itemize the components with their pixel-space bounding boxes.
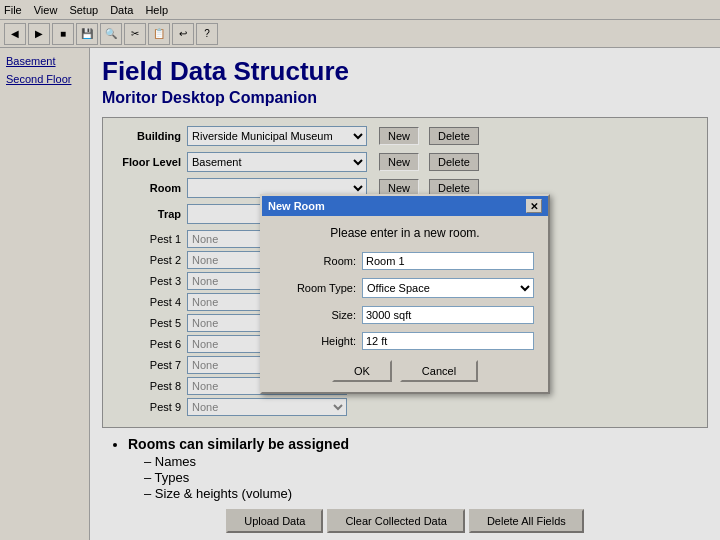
- toolbar-btn-help[interactable]: ?: [196, 23, 218, 45]
- menu-setup[interactable]: Setup: [69, 4, 98, 16]
- menu-view[interactable]: View: [34, 4, 58, 16]
- modal-size-label: Size:: [276, 309, 356, 321]
- menu-help[interactable]: Help: [145, 4, 168, 16]
- toolbar-btn-save[interactable]: 💾: [76, 23, 98, 45]
- sidebar-item-second-floor[interactable]: Second Floor: [4, 72, 85, 86]
- modal-type-label: Room Type:: [276, 282, 356, 294]
- toolbar-btn-forward[interactable]: ▶: [28, 23, 50, 45]
- main-content: Basement Second Floor Field Data Structu…: [0, 48, 720, 540]
- modal-room-row: Room:: [276, 252, 534, 270]
- toolbar: ◀ ▶ ■ 💾 🔍 ✂ 📋 ↩ ?: [0, 20, 720, 48]
- sidebar: Basement Second Floor: [0, 48, 90, 540]
- modal-buttons: OK Cancel: [276, 360, 534, 382]
- modal-type-select[interactable]: Office Space Warehouse Storage Hallway R…: [362, 278, 534, 298]
- modal-height-row: Height:: [276, 332, 534, 350]
- toolbar-btn-stop[interactable]: ■: [52, 23, 74, 45]
- toolbar-btn-copy[interactable]: 📋: [148, 23, 170, 45]
- new-room-modal: New Room ✕ Please enter in a new room. R…: [260, 194, 550, 394]
- toolbar-btn-back[interactable]: ◀: [4, 23, 26, 45]
- modal-type-row: Room Type: Office Space Warehouse Storag…: [276, 278, 534, 298]
- modal-body: Please enter in a new room. Room: Room T…: [262, 216, 548, 392]
- toolbar-btn-undo[interactable]: ↩: [172, 23, 194, 45]
- modal-prompt: Please enter in a new room.: [276, 226, 534, 240]
- modal-title: New Room: [268, 200, 325, 212]
- modal-height-label: Height:: [276, 335, 356, 347]
- toolbar-btn-search[interactable]: 🔍: [100, 23, 122, 45]
- content-area: Field Data Structure Moritor Desktop Com…: [90, 48, 720, 540]
- modal-overlay: New Room ✕ Please enter in a new room. R…: [90, 48, 720, 540]
- modal-room-label: Room:: [276, 255, 356, 267]
- modal-size-row: Size:: [276, 306, 534, 324]
- modal-height-input[interactable]: [362, 332, 534, 350]
- modal-room-input[interactable]: [362, 252, 534, 270]
- modal-size-input[interactable]: [362, 306, 534, 324]
- menu-file[interactable]: File: [4, 4, 22, 16]
- menu-data[interactable]: Data: [110, 4, 133, 16]
- modal-close-button[interactable]: ✕: [526, 199, 542, 213]
- modal-cancel-button[interactable]: Cancel: [400, 360, 478, 382]
- menubar: File View Setup Data Help: [0, 0, 720, 20]
- toolbar-btn-cut[interactable]: ✂: [124, 23, 146, 45]
- sidebar-item-basement[interactable]: Basement: [4, 54, 85, 68]
- modal-ok-button[interactable]: OK: [332, 360, 392, 382]
- modal-titlebar: New Room ✕: [262, 196, 548, 216]
